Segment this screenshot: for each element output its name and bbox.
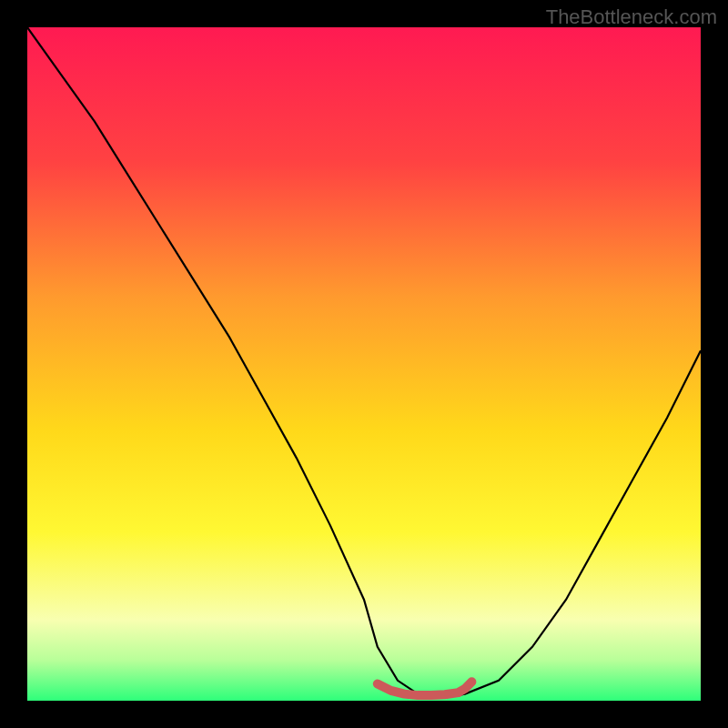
- watermark-text: TheBottleneck.com: [546, 5, 717, 29]
- chart-plot-area: [27, 27, 701, 701]
- chart-svg: [27, 27, 701, 701]
